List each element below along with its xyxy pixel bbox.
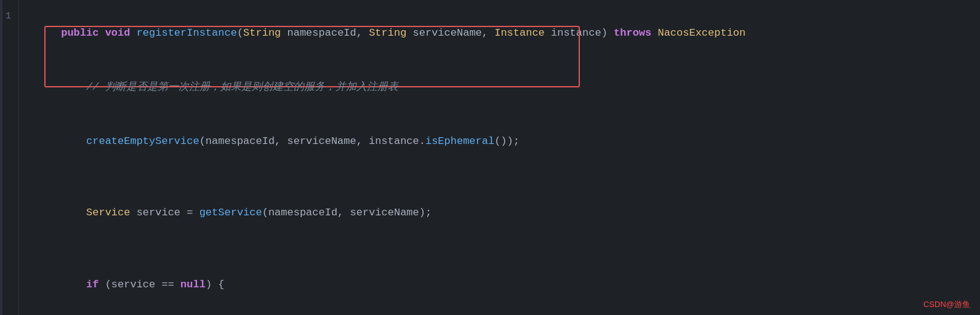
type-String2: String xyxy=(369,27,406,39)
code-line-4 xyxy=(0,169,980,186)
code-line-2: // 判断是否是第一次注册，如果是则创建空的服务，并加入注册表 xyxy=(0,60,980,114)
code-line-8: throw new NacosException(NacosException.… xyxy=(0,312,980,315)
keyword-null: null xyxy=(180,279,206,290)
type-String1: String xyxy=(243,27,281,39)
line-number-3 xyxy=(0,118,18,133)
type-Instance: Instance xyxy=(494,27,545,39)
keyword-public: public xyxy=(61,27,98,39)
code-container: 1 public void registerInstance(String na… xyxy=(0,0,980,315)
keyword-if: if xyxy=(86,279,98,290)
line-content-4 xyxy=(18,170,980,187)
method-registerInstance: registerInstance xyxy=(137,27,237,39)
keyword-void: void xyxy=(105,27,131,39)
comment-1: // 判断是否是第一次注册，如果是则创建空的服务，并加入注册表 xyxy=(86,81,398,93)
code-line-6 xyxy=(0,241,980,258)
watermark: CSDN@游鱼 xyxy=(923,299,970,310)
line-content-7: if (service == null) { xyxy=(18,259,980,311)
line-number-5 xyxy=(0,189,18,204)
line-number-1: 1 xyxy=(0,9,18,25)
method-createEmptyService: createEmptyService xyxy=(86,135,199,147)
code-line-7: if (service == null) { xyxy=(0,258,980,312)
line-content-6 xyxy=(18,242,980,259)
line-number-7 xyxy=(0,261,18,276)
method-isEphemeral1: isEphemeral xyxy=(425,135,494,147)
line-content-3: createEmptyService(namespaceId, serviceN… xyxy=(18,116,980,167)
type-Service: Service xyxy=(86,207,130,218)
line-content-5: Service service = getService(namespaceId… xyxy=(18,187,980,239)
line-content-1: public void registerInstance(String name… xyxy=(18,7,980,59)
code-line-1: 1 public void registerInstance(String na… xyxy=(0,6,980,60)
type-NacosException1: NacosException xyxy=(657,27,745,39)
code-line-3: createEmptyService(namespaceId, serviceN… xyxy=(0,114,980,169)
keyword-throws: throws xyxy=(614,27,651,39)
code-line-5: Service service = getService(namespaceId… xyxy=(0,186,980,240)
line-number-2 xyxy=(0,63,18,79)
line-content-2: // 判断是否是第一次注册，如果是则创建空的服务，并加入注册表 xyxy=(18,62,980,113)
line-number-6 xyxy=(0,244,18,259)
method-getService: getService xyxy=(199,207,262,218)
line-number-4 xyxy=(0,172,18,187)
